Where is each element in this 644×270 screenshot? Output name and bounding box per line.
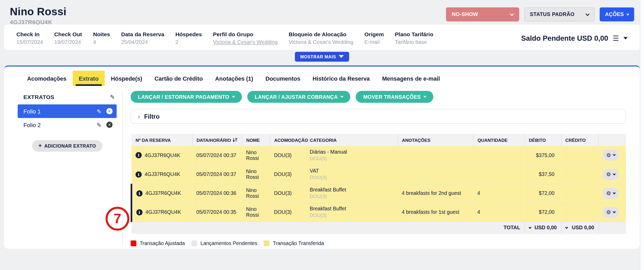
tab-label: Histórico da Reserva [313,75,370,82]
table-row[interactable]: i4GJ37R6QU4K 05/07/2024 00:36 Nino Rossi… [131,184,626,203]
filter-expander[interactable]: › Filtro [131,109,626,124]
cell-acomodacao: DOU(3) [270,184,305,203]
chevron-down-icon [626,12,629,15]
tab-extrato[interactable]: Extrato [73,71,105,86]
caret-down-icon[interactable] [624,37,628,39]
tab-label: Extrato [79,75,98,82]
folio-icons: ✎ ✕ [97,108,113,115]
add-extrato-button[interactable]: + ADICIONAR EXTRATO [32,140,102,152]
summary-fields: Check In 15/07/2024 Check Out 19/07/2024… [17,31,434,45]
button-label: MOVER TRANSAÇÕES [363,94,421,100]
info-icon[interactable]: i [135,152,141,158]
info-icon[interactable]: i [136,190,142,196]
pending-balance-label: Saldo Pendente USD 0,00 [521,34,608,43]
chevron-down-icon [613,153,616,156]
field-label: Origem [365,31,384,37]
top-bar: Nino Rossi 4GJ37R6QU4K NO-SHOW STATUS PA… [0,0,644,24]
cell-anotacoes: 4 breakfasts for 1st guest [398,203,473,222]
show-more-button[interactable]: MOSTRAR MAIS [295,51,349,61]
row-actions-button[interactable]: ⚙ [603,169,619,180]
cell-categoria-sub: DOU(3) [310,156,393,162]
tab-documentos[interactable]: Documentos [259,71,307,86]
col-debito: DÉBITO [525,134,561,146]
main-card: Acomodações Extrato Hóspede(s) Cartão de… [4,65,640,249]
extratos-title: EXTRATOS [23,94,54,100]
col-data-horario[interactable]: DATA/HORÁRIO [192,134,242,146]
chevron-down-icon [613,210,616,213]
edit-pencil-icon[interactable]: ✎ [97,108,101,115]
cell-datetime: 05/07/2024 00:37 [192,146,242,165]
field-value: Tarifário base [395,39,433,45]
field-label: Noites [93,31,110,37]
tab-anotacoes[interactable]: Anotações (1) [209,71,259,86]
hamburger-menu-icon[interactable]: ☰ [613,35,619,42]
field-bloqueio-alocacao: Bloqueio de Alocação Victoria & Cesar's … [289,31,353,45]
chevron-down-icon[interactable] [565,226,568,229]
cell-anotacoes: 4 breakfasts for 2nd guest [398,184,473,203]
cell-categoria: Breakfast Buffet [310,206,393,212]
table-row[interactable]: i4GJ37R6QU4K 05/07/2024 00:37 Nino Rossi… [131,165,626,184]
column-label: DATA/HORÁRIO [197,138,231,143]
field-value: 2 [175,39,202,45]
col-reserva: Nº DA RESERVA [131,134,192,146]
sort-icon[interactable] [232,138,237,143]
edit-pencil-icon[interactable]: ✎ [97,121,101,128]
launch-adjust-charge-button[interactable]: LANÇAR / AJUSTAR COBRANÇA [247,91,350,103]
folio-item-2[interactable]: Folio 2 ✎ ✕ [18,118,117,132]
delete-x-icon[interactable]: ✕ [106,122,112,128]
table-row[interactable]: i4GJ37R6QU4K 05/07/2024 00:37 Nino Rossi… [131,146,626,165]
table-row[interactable]: i4GJ37R6QU4K 05/07/2024 00:35 Nino Rossi… [131,203,626,222]
cell-acomodacao: DOU(3) [270,146,305,165]
noshow-label: NO-SHOW [452,12,478,17]
cell-categoria-sub: DOU(3) [310,175,393,180]
chevron-down-icon [341,95,344,98]
field-value: 4 [93,39,110,45]
tab-cartao-credito[interactable]: Cartão de Crédito [148,71,209,86]
field-value: Victoria & Cesar's Wedding [289,39,353,45]
filter-label: Filtro [144,113,160,120]
tab-mensagens-email[interactable]: Mensagens de e-mail [376,71,446,86]
delete-x-icon[interactable]: ✕ [106,108,112,114]
tab-acomodacoes[interactable]: Acomodações [21,71,73,86]
chevron-down-icon [585,12,589,16]
legend-label: Transação Ajustada [140,241,185,246]
actions-button[interactable]: AÇÕES [600,7,634,21]
button-label: LANÇAR / ESTORNAR PAGAMENTO [138,94,229,100]
legend-item-transferred: Transação Transferida [264,241,324,246]
gear-icon: ⚙ [606,209,611,215]
noshow-dropdown[interactable]: NO-SHOW [446,7,519,21]
cell-quantidade: 4 [473,203,525,222]
transactions-table: Nº DA RESERVA DATA/HORÁRIO NOME ACOMODAÇ… [131,134,626,234]
tab-historico-reserva[interactable]: Histórico da Reserva [307,71,376,86]
row-actions-button[interactable]: ⚙ [603,150,619,161]
cell-debito: $375,00 [525,146,561,165]
tab-label: Documentos [265,75,300,82]
tab-hospedes[interactable]: Hóspede(s) [105,71,148,86]
main-body: EXTRATOS ✎ Folio 1 ✎ ✕ Folio 2 ✎ ✕ [4,91,640,246]
chevron-down-icon[interactable] [528,226,531,229]
tab-label: Cartão de Crédito [155,75,203,82]
tab-label: Anotações (1) [215,75,253,82]
info-icon[interactable]: i [136,209,142,215]
scrollbar[interactable] [640,0,644,270]
guest-name: Nino Rossi [10,5,67,18]
launch-refund-payment-button[interactable]: LANÇAR / ESTORNAR PAGAMENTO [131,91,242,103]
move-transactions-button[interactable]: MOVER TRANSAÇÕES [356,91,434,103]
col-quantidade: QUANTIDADE [473,134,525,146]
field-plano-tarifario: Plano Tarifário Tarifário base [395,31,433,45]
table-total-row: TOTAL USD 0,00 USD 0,00 [131,222,626,234]
col-nome: NOME [242,134,270,146]
annotation-circle-7: 7 [105,207,129,231]
folio-item-1[interactable]: Folio 1 ✎ ✕ [18,105,117,118]
info-icon[interactable]: i [135,171,141,177]
group-profile-link[interactable]: Victoria & Cesar's Wedding [213,39,277,45]
tab-label: Acomodações [27,75,66,82]
chevron-right-icon: › [138,113,140,120]
gear-icon: ⚙ [606,190,611,196]
cell-reserva: 4GJ37R6QU4K [145,190,181,196]
field-hospedes: Hóspedes 2 [175,31,202,45]
row-actions-button[interactable]: ⚙ [603,188,619,199]
row-actions-button[interactable]: ⚙ [603,206,619,217]
status-dropdown[interactable]: STATUS PADRÃO [524,7,595,21]
edit-pencil-icon[interactable]: ✎ [110,94,115,100]
